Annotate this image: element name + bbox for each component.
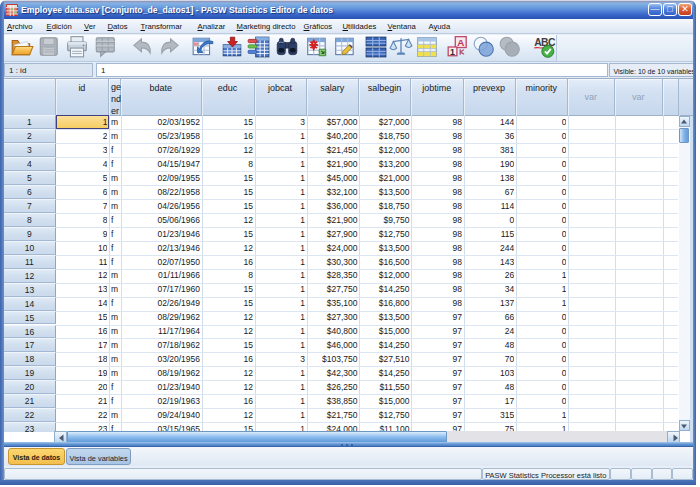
svg-text:1: 1	[450, 47, 455, 57]
svg-text:A: A	[457, 37, 464, 48]
